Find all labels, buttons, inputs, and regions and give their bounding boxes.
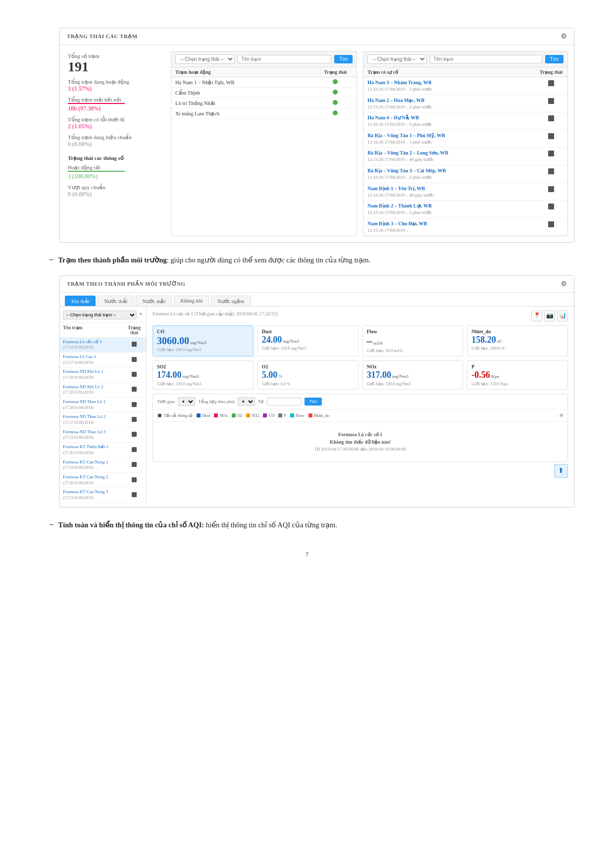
chart-area: Thời gian ▾ Tổng hợp theo phút ▾ Từ Tìm [153,394,568,462]
stat-loi-tb: Tổng trạm có lỗi thiết bị 2 (1.05%) [68,116,163,130]
chart-toolbar: Thời gian ▾ Tổng hợp theo phút ▾ Từ Tìm [153,394,567,409]
sidebar-station-row[interactable]: Formosa Lò cốc số 1(17:24 01/06/2019) [60,338,146,353]
chart-icon[interactable]: 📊 [557,310,568,321]
legend-nox-dot [214,413,218,417]
status-green-icon [333,79,338,84]
main-station-title: Formosa Lò cốc số 1 (Thời gian cập nhật:… [153,310,278,316]
table-row: Hà Nam 1 – Nhật Tựu, WB [171,77,357,88]
bullet1-bold: Trạm theo thành phần môi trường [58,256,167,264]
status-gray-icon [548,80,554,86]
sidebar-col-ten-tram: Tên trạm [63,325,125,335]
env-tabs: Khí thải Nước thải Nước mặt Không khí Nư… [60,293,574,306]
table-row: Hà Nam 4 – Dự Nễ, WB 11:16:18 17/04/2019… [363,112,567,130]
legend-p[interactable]: P [278,411,286,419]
bullet2-bold: Tính toán và hiển thị thông tin của chỉ … [58,521,205,529]
mid-tim-button[interactable]: Tìm [334,55,353,63]
status-gray-icon [548,115,554,121]
sidebar-col-headers: Tên trạm Trạng thái [60,323,146,338]
sidebar-station-row[interactable]: Formosa ND Khí Lò 1(17:28 01/06/2019) [60,367,146,382]
status-gray-icon [548,98,554,104]
status-gray-icon [548,186,554,192]
metric-dust: Dust 24.00mg/Nm3 Giới hạn: 120.0 mg/Nm3 [257,325,358,357]
mid-tram-input[interactable] [238,55,331,63]
legend-dust[interactable]: Dust [197,411,210,419]
status-gray-icon [548,133,554,139]
metric-co: CO 3060.00mg/Nm3 Giới hạn: 200.0 mg/Nm3 [153,325,254,357]
table-row: Bà Rịa – Vũng Tàu 2 – Long Sơn, WB 12:15… [363,148,567,165]
status-sq-icon [132,492,137,497]
tram-su-co-panel: – Chọn trạng thái – Tìm Trạm có sự cố Tr… [363,51,568,236]
sidebar-station-row[interactable]: Formosa KT Thiêu Kết 1(17:26 01/06/2019) [60,443,146,458]
right-tim-button[interactable]: Tìm [545,55,563,63]
tab-nuoc-ngam[interactable]: Nước ngầm [211,296,251,306]
legend-tatca-icon: 🔳 [157,413,162,418]
metric-p: P -0.56Kpa Giới hạn: 120.0 Kpa [467,360,568,390]
location-icon[interactable]: 📍 [531,310,542,321]
panel2-gear-icon[interactable]: ⚙ [561,280,567,288]
table-row: Lò trí Thống Nhất [171,98,357,108]
right-filter-row: – Chọn trạng thái – Tìm [363,51,567,67]
sidebar-filter-arrow: ▾ [139,310,143,319]
stat-tong-so-tram: Tổng số trạm 191 [68,53,163,75]
stat-mat-ket-noi: Tổng trạm mất kết nối 186 (97.38%) [68,97,163,112]
tab-khong-khi[interactable]: Không khí [174,296,209,306]
bullet1: – Trạm theo thành phần môi trường: giúp … [50,255,574,266]
thoi-gian-select[interactable]: ▾ [178,397,195,406]
status-sq-icon [132,387,137,392]
mid-filter-row: – Chọn trạng thái – Tìm [171,51,357,67]
scroll-top-button[interactable]: ⬆ [554,464,568,478]
table-row: Nam Định 3 – Chu Đại, WB 12:15:16 17/04/… [363,218,567,236]
tab-nuoc-mat[interactable]: Nước mặt [136,296,172,306]
sidebar-station-row[interactable]: Formosa ND Than Lò 1(17:28 01/06/2019) [60,398,146,412]
metric-nox: NOx 317.00mg/Nm3 Giới hạn: 330.0 mg/Nm3 [362,360,463,390]
panel1-title: TRẠNG THÁI CÁC TRẠM [67,33,138,40]
sidebar-station-row[interactable]: Formosa Lò Cao 1(17:27 01/06/2019) [60,353,146,367]
panel1-gear-icon[interactable]: ⚙ [561,32,567,41]
status-sq-icon [132,477,137,482]
env-panel: TRẠM THEO THÀNH PHẦN MÔI TRƯỜNG ⚙ Khí th… [59,275,574,508]
legend-nhiet-do[interactable]: Nhiet_do [308,411,330,419]
status-sq-icon [132,447,137,452]
panel1-body: Tổng số trạm 191 Tổng trạm đang hoạt độn… [60,45,574,242]
right-tram-input[interactable] [430,55,542,63]
status-sq-icon [132,417,137,422]
mid-filter-select[interactable]: – Chọn trạng thái – [175,54,235,64]
legend-nox[interactable]: NOx [214,411,228,419]
legend-co[interactable]: CO [263,411,274,419]
camera-icon[interactable]: 📷 [544,310,555,321]
table-row: Hà Nam 2 – Hoà Mạc, WB 12:15:16 17/04/20… [363,95,567,113]
legend-so2[interactable]: SO2 [246,411,259,419]
chart-tim-button[interactable]: Tìm [305,398,322,406]
sidebar-station-row[interactable]: Formosa ND Than Lò 3(17:22 01/06/2019) [60,428,146,443]
bullet2-text: Tính toán và hiển thị thông tin của chỉ … [58,519,338,531]
stat-hoat-dong: Tổng trạm đang hoạt động 3 (1.57%) [68,79,163,93]
legend-tat-ca[interactable]: 🔳 Tất cả thông số [157,411,193,419]
sidebar-filter-select[interactable]: – Chọn trạng thái trạm – [63,310,137,319]
env-panel-body: Khí thải Nước thải Nước mặt Không khí Nư… [60,293,574,507]
bullet1-dash: – [50,255,53,263]
status-sq-icon [132,372,137,377]
legend-nhietdo-dot [308,413,312,417]
tu-input[interactable] [267,398,302,406]
legend-flow[interactable]: Flow [290,411,304,419]
right-filter-select[interactable]: – Chọn trạng thái – [367,54,427,64]
metrics-grid: CO 3060.00mg/Nm3 Giới hạn: 200.0 mg/Nm3 … [153,325,568,390]
sidebar-station-row[interactable]: Formosa ND Khí Lò 2(17:28 01/06/2019) [60,383,146,398]
status-sq-icon [132,462,137,467]
sidebar-station-row[interactable]: Formosa ND Than Lò 2(17:27 01/06/2019) [60,412,146,427]
chart-legend: 🔳 Tất cả thông số Dust NOx [153,409,567,422]
legend-menu-icon[interactable]: ≡ [560,411,563,419]
sidebar-station-row[interactable]: Formosa KT Can Nong 2(17:26 01/06/2019) [60,473,146,488]
sidebar-filter: – Chọn trạng thái trạm – ▾ [60,310,146,323]
sidebar-col-trang-thai: Trạng thái [125,325,143,335]
env-sidebar: – Chọn trạng thái trạm – ▾ Tên trạm Trạn… [60,306,147,507]
status-sq-icon [132,357,137,362]
sidebar-station-row[interactable]: Formosa KT Can Nong 1(17:24 01/06/2019) [60,458,146,473]
tab-nuoc-thai[interactable]: Nước thải [98,296,134,306]
legend-o2[interactable]: O2 [232,411,242,419]
tong-hop-select[interactable]: ▾ [238,397,255,406]
page-number: 7 [40,551,574,559]
sidebar-station-row[interactable]: Formosa KT Can Nong 3(17:23 01/06/2019) [60,488,146,503]
metric-flow: Flow –m3/h Giới hạn: 50.0 m3/h [362,325,463,357]
tab-khi-thai[interactable]: Khí thải [65,296,96,306]
